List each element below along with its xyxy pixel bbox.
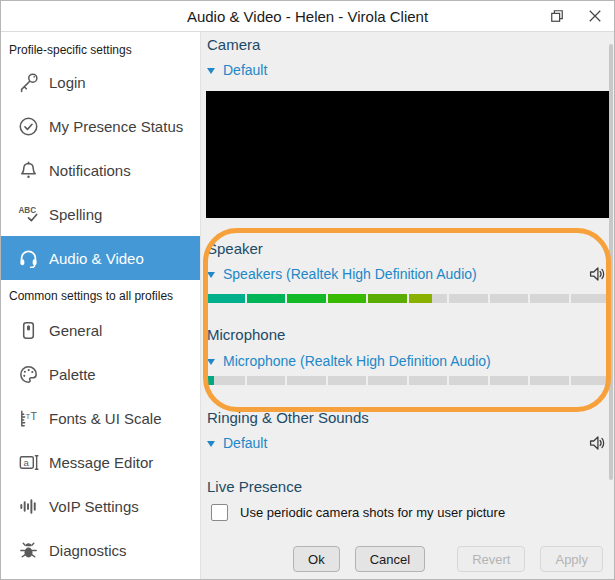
sidebar: Profile-specific settings Login [1,32,201,580]
microphone-device-dropdown[interactable]: Microphone (Realtek High Definition Audi… [207,353,491,369]
sidebar-item-voip-settings[interactable]: VoIP Settings [1,484,200,528]
use-camera-shots-checkbox[interactable] [211,504,228,521]
meter-segment [530,376,569,385]
sidebar-item-my-presence-status[interactable]: My Presence Status [1,104,200,148]
dropdown-arrow-icon [207,359,215,365]
sidebar-item-fonts-ui-scale[interactable]: T T Fonts & UI Scale [1,396,200,440]
speaker-device-dropdown[interactable]: Speakers (Realtek High Definition Audio) [207,266,477,282]
restore-window-icon[interactable] [546,5,568,27]
camera-device-value: Default [223,62,267,78]
svg-text:ABC: ABC [18,205,36,214]
speaker-heading: Speaker [207,240,263,257]
microphone-heading: Microphone [207,326,285,343]
camera-device-dropdown[interactable]: Default [207,62,267,78]
key-icon [16,70,40,94]
meter-segment [409,376,448,385]
cancel-button[interactable]: Cancel [355,546,425,572]
sidebar-item-label: Login [49,74,86,91]
sidebar-item-label: Message Editor [49,454,153,471]
meter-segment [328,294,367,303]
camera-preview [206,91,609,218]
settings-window: Audio & Video - Helen - Virola Client Pr… [0,0,615,580]
sidebar-item-label: Fonts & UI Scale [49,410,162,427]
sidebar-item-label: Diagnostics [49,542,127,559]
headset-icon [16,246,40,270]
meter-segment [490,376,529,385]
sidebar-item-audio-video[interactable]: Audio & Video [1,236,200,280]
ok-button[interactable]: Ok [293,546,340,572]
sidebar-item-spelling[interactable]: ABC Spelling [1,192,200,236]
sidebar-item-label: VoIP Settings [49,498,139,515]
titlebar: Audio & Video - Helen - Virola Client [1,1,614,32]
window-title: Audio & Video - Helen - Virola Client [1,8,614,25]
meter-segment [571,294,610,303]
meter-segment [206,376,245,385]
dropdown-arrow-icon [207,68,215,74]
meter-segment [490,294,529,303]
meter-segment [449,376,488,385]
meter-segment [247,294,286,303]
sidebar-item-palette[interactable]: Palette [1,352,200,396]
use-camera-shots-label: Use periodic camera shots for my user pi… [240,505,505,520]
meter-segment [247,376,286,385]
meter-segment [571,376,610,385]
voip-icon [16,494,40,518]
meter-segment [328,376,367,385]
meter-segment [368,294,407,303]
sidebar-item-label: Notifications [49,162,131,179]
speaker-device-value: Speakers (Realtek High Definition Audio) [223,266,477,282]
settings-panel: Camera Default Speaker Speakers (Realtek… [201,32,614,580]
sidebar-item-message-editor[interactable]: a Message Editor [1,440,200,484]
meter-segment [287,294,326,303]
meter-segment [530,294,569,303]
scrollbar-thumb[interactable] [609,44,613,480]
sidebar-item-notifications[interactable]: Notifications [1,148,200,192]
speaker-level-meter [206,294,609,303]
sidebar-item-label: General [49,322,102,339]
palette-icon [16,362,40,386]
camera-heading: Camera [207,36,260,53]
spelling-icon: ABC [16,202,40,226]
sidebar-item-label: Palette [49,366,96,383]
apply-button[interactable]: Apply [540,546,603,572]
dialog-button-row: Ok Cancel Revert Apply [201,546,603,572]
sidebar-item-diagnostics[interactable]: Diagnostics [1,528,200,572]
close-icon[interactable] [584,5,606,27]
meter-segment [368,376,407,385]
sidebar-item-label: My Presence Status [49,118,183,135]
general-icon [16,318,40,342]
revert-button[interactable]: Revert [457,546,525,572]
bell-icon [16,158,40,182]
bug-icon [16,538,40,562]
sidebar-item-label: Audio & Video [49,250,144,267]
ringing-device-value: Default [223,435,267,451]
speaker-test-sound-icon[interactable] [586,263,608,285]
ringing-heading: Ringing & Other Sounds [207,409,369,426]
meter-segment [206,294,245,303]
dropdown-arrow-icon [207,272,215,278]
ringing-device-dropdown[interactable]: Default [207,435,267,451]
sidebar-item-label: Spelling [49,206,102,223]
svg-text:a: a [23,456,29,467]
sidebar-group-label: Common settings to all profiles [1,280,200,308]
microphone-device-value: Microphone (Realtek High Definition Audi… [223,353,491,369]
svg-text:T: T [30,410,37,422]
sidebar-item-general[interactable]: General [1,308,200,352]
fonts-scale-icon: T T [16,406,40,430]
meter-segment [287,376,326,385]
presence-status-icon [16,114,40,138]
sidebar-group-label: Profile-specific settings [1,32,200,60]
dropdown-arrow-icon [207,441,215,447]
microphone-level-meter [206,376,609,385]
live-presence-heading: Live Presence [207,478,302,495]
meter-segment [409,294,448,303]
meter-segment [449,294,488,303]
ringing-test-sound-icon[interactable] [586,432,608,454]
sidebar-item-login[interactable]: Login [1,60,200,104]
message-editor-icon: a [16,450,40,474]
